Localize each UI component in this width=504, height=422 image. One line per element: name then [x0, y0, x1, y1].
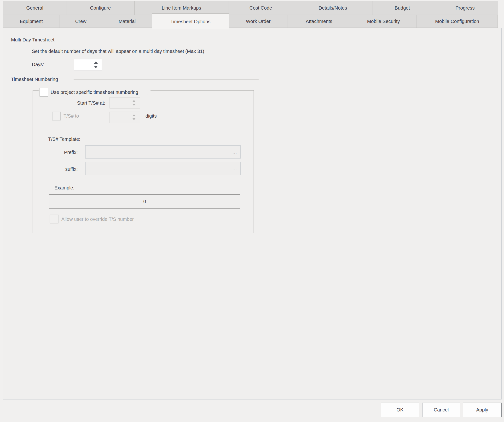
spinner-down-icon [132, 104, 135, 106]
tab-line-item-markups[interactable]: Line Item Markups [134, 1, 228, 15]
prefix-field: … [85, 145, 241, 159]
tab-label: Work Order [246, 19, 270, 24]
example-label: Example: [54, 185, 74, 191]
tab-crew[interactable]: Crew [59, 15, 102, 28]
tab-label: Material [119, 19, 136, 24]
example-value: 0 [143, 199, 146, 204]
cancel-button[interactable]: Cancel [422, 403, 460, 417]
tab-label: Crew [75, 19, 86, 24]
multi-day-timesheet-section-title: Multi Day Timesheet [11, 37, 54, 43]
tab-cost-code[interactable]: Cost Code [228, 1, 293, 15]
tab-attachments[interactable]: Attachments [288, 15, 350, 28]
tab-work-order[interactable]: Work Order [229, 15, 288, 28]
use-project-specific-label: Use project specific timesheet numbering [51, 89, 138, 95]
tab-strip-row1: General Configure Line Item Markups Cost… [3, 1, 498, 15]
tab-label: Details/Notes [318, 5, 347, 11]
ellipsis-button-icon: … [232, 149, 240, 155]
suffix-field: … [85, 162, 241, 175]
days-spinner[interactable] [74, 59, 102, 70]
project-settings-dialog: General Configure Line Item Markups Cost… [0, 0, 504, 422]
ok-button[interactable]: OK [381, 403, 419, 417]
spinner-up-icon [132, 114, 135, 116]
apply-button[interactable]: Apply [463, 403, 502, 417]
section-divider [74, 79, 258, 80]
start-ts-spinner [109, 97, 140, 108]
tab-label: Progress [455, 5, 474, 11]
tab-timesheet-options[interactable]: Timesheet Options [152, 13, 229, 30]
suffix-label: suffix: [48, 166, 78, 172]
tab-details-notes[interactable]: Details/Notes [293, 1, 372, 15]
tab-mobile-security[interactable]: Mobile Security [350, 15, 417, 28]
tab-strip-row2: Equipment Crew Material Timesheet Option… [3, 15, 498, 28]
button-label: Cancel [434, 407, 449, 413]
tab-label: Mobile Security [367, 19, 400, 24]
use-project-specific-checkbox[interactable] [40, 88, 48, 96]
button-label: OK [397, 407, 404, 413]
start-ts-label: Start T/S# at: [55, 100, 105, 106]
tab-label: Timesheet Options [170, 19, 210, 24]
override-ts-number-label: Allow user to override T/S number [61, 216, 134, 222]
spinner-arrows [130, 112, 138, 123]
spinner-down-icon [132, 118, 135, 120]
ellipsis-button-icon: … [232, 166, 240, 172]
ts-to-label: T/S# to [64, 113, 79, 119]
tab-label: Budget [395, 5, 410, 11]
spinner-arrows [130, 97, 138, 108]
project-numbering-groupbox: Use project specific timesheet numbering… [33, 90, 254, 233]
tab-mobile-configuration[interactable]: Mobile Configuration [417, 15, 498, 28]
tab-label: General [26, 5, 43, 11]
tab-configure[interactable]: Configure [66, 1, 135, 15]
spinner-up-icon[interactable] [94, 61, 98, 64]
ts-to-checkbox [52, 112, 61, 120]
tab-label: Configure [90, 5, 111, 11]
example-preview-box: 0 [49, 194, 240, 209]
tab-label: Mobile Configuration [435, 19, 479, 24]
multi-day-description: Set the default number of days that will… [32, 49, 204, 54]
spinner-down-icon[interactable] [94, 66, 98, 68]
tab-equipment[interactable]: Equipment [3, 15, 60, 28]
groupbox-legend: Use project specific timesheet numbering… [39, 87, 150, 97]
section-divider [74, 40, 258, 40]
tab-label: Equipment [20, 19, 43, 24]
digits-label: digits [145, 113, 157, 119]
tab-label: Line Item Markups [162, 5, 201, 11]
ts-template-label: T/S# Template: [48, 137, 80, 142]
button-label: Apply [476, 407, 488, 413]
spinner-arrows [91, 59, 100, 70]
tab-material[interactable]: Material [102, 15, 152, 28]
tab-progress[interactable]: Progress [432, 1, 498, 15]
tab-budget[interactable]: Budget [372, 1, 432, 15]
tab-label: Cost Code [250, 5, 272, 11]
timesheet-options-panel: Multi Day Timesheet Set the default numb… [3, 28, 502, 399]
tab-general[interactable]: General [3, 1, 66, 15]
timesheet-numbering-section-title: Timesheet Numbering [11, 77, 58, 82]
days-label: Days: [32, 62, 44, 67]
tab-label: Attachments [306, 19, 332, 24]
prefix-label: Prefix: [48, 150, 78, 155]
ts-to-digits-spinner [109, 112, 140, 123]
spinner-up-icon [132, 100, 135, 102]
legend-dot: . [146, 91, 148, 96]
override-ts-number-checkbox [50, 214, 59, 223]
